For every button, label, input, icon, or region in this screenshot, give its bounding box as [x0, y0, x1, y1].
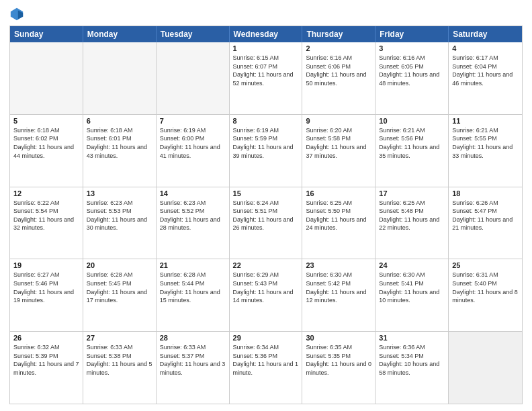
cell-info: Sunrise: 6:27 AM Sunset: 5:46 PM Dayligh…	[13, 271, 79, 304]
cell-info: Sunrise: 6:16 AM Sunset: 6:05 PM Dayligh…	[379, 54, 445, 87]
day-number: 24	[379, 261, 445, 269]
cell-info: Sunrise: 6:28 AM Sunset: 5:44 PM Dayligh…	[160, 271, 226, 304]
calendar-row: 26Sunrise: 6:32 AM Sunset: 5:39 PM Dayli…	[10, 332, 522, 404]
calendar-row: 1Sunrise: 6:15 AM Sunset: 6:07 PM Daylig…	[10, 42, 522, 115]
calendar-cell: 28Sunrise: 6:33 AM Sunset: 5:37 PM Dayli…	[157, 332, 230, 404]
weekday-header: Saturday	[449, 26, 522, 42]
calendar-row: 19Sunrise: 6:27 AM Sunset: 5:46 PM Dayli…	[10, 259, 522, 332]
weekday-header: Wednesday	[230, 26, 303, 42]
day-number: 26	[13, 334, 79, 342]
calendar-cell: 9Sunrise: 6:20 AM Sunset: 5:58 PM Daylig…	[302, 115, 375, 187]
calendar-cell: 24Sunrise: 6:30 AM Sunset: 5:41 PM Dayli…	[375, 259, 449, 331]
weekday-header: Sunday	[10, 26, 83, 42]
day-number: 30	[306, 334, 371, 342]
calendar-cell: 2Sunrise: 6:16 AM Sunset: 6:06 PM Daylig…	[302, 42, 375, 114]
weekday-header: Friday	[375, 26, 449, 42]
calendar-cell: 27Sunrise: 6:33 AM Sunset: 5:38 PM Dayli…	[83, 332, 157, 404]
calendar-cell	[157, 42, 230, 114]
logo	[9, 7, 27, 21]
day-number: 19	[13, 261, 79, 269]
calendar-cell: 23Sunrise: 6:30 AM Sunset: 5:42 PM Dayli…	[302, 259, 375, 331]
calendar-cell: 6Sunrise: 6:18 AM Sunset: 6:01 PM Daylig…	[83, 115, 157, 187]
cell-info: Sunrise: 6:34 AM Sunset: 5:36 PM Dayligh…	[233, 343, 299, 377]
calendar-cell: 5Sunrise: 6:18 AM Sunset: 6:02 PM Daylig…	[10, 115, 83, 187]
weekday-header: Monday	[83, 26, 157, 42]
calendar-cell: 19Sunrise: 6:27 AM Sunset: 5:46 PM Dayli…	[10, 259, 83, 331]
page: SundayMondayTuesdayWednesdayThursdayFrid…	[0, 0, 532, 411]
calendar-header: SundayMondayTuesdayWednesdayThursdayFrid…	[10, 26, 522, 42]
calendar-cell: 20Sunrise: 6:28 AM Sunset: 5:45 PM Dayli…	[83, 259, 157, 331]
cell-info: Sunrise: 6:29 AM Sunset: 5:43 PM Dayligh…	[233, 271, 299, 304]
calendar-cell: 31Sunrise: 6:36 AM Sunset: 5:34 PM Dayli…	[375, 332, 449, 404]
day-number: 14	[160, 189, 226, 197]
day-number: 1	[233, 44, 299, 52]
cell-info: Sunrise: 6:35 AM Sunset: 5:35 PM Dayligh…	[306, 343, 371, 377]
day-number: 3	[379, 44, 445, 52]
cell-info: Sunrise: 6:26 AM Sunset: 5:47 PM Dayligh…	[452, 199, 519, 232]
day-number: 21	[160, 261, 226, 269]
cell-info: Sunrise: 6:25 AM Sunset: 5:50 PM Dayligh…	[306, 199, 371, 232]
cell-info: Sunrise: 6:30 AM Sunset: 5:41 PM Dayligh…	[379, 271, 445, 304]
day-number: 10	[379, 117, 445, 125]
cell-info: Sunrise: 6:23 AM Sunset: 5:53 PM Dayligh…	[87, 199, 152, 232]
cell-info: Sunrise: 6:23 AM Sunset: 5:52 PM Dayligh…	[160, 199, 226, 232]
weekday-header: Thursday	[302, 26, 375, 42]
calendar-cell: 12Sunrise: 6:22 AM Sunset: 5:54 PM Dayli…	[10, 187, 83, 259]
calendar-cell: 3Sunrise: 6:16 AM Sunset: 6:05 PM Daylig…	[375, 42, 449, 114]
cell-info: Sunrise: 6:21 AM Sunset: 5:55 PM Dayligh…	[452, 126, 519, 160]
day-number: 25	[452, 261, 519, 269]
calendar-cell: 25Sunrise: 6:31 AM Sunset: 5:40 PM Dayli…	[449, 259, 522, 331]
calendar-cell: 1Sunrise: 6:15 AM Sunset: 6:07 PM Daylig…	[230, 42, 303, 114]
cell-info: Sunrise: 6:25 AM Sunset: 5:48 PM Dayligh…	[379, 199, 445, 232]
calendar-cell	[449, 332, 522, 404]
day-number: 22	[233, 261, 299, 269]
calendar-cell: 22Sunrise: 6:29 AM Sunset: 5:43 PM Dayli…	[230, 259, 303, 331]
calendar-cell: 26Sunrise: 6:32 AM Sunset: 5:39 PM Dayli…	[10, 332, 83, 404]
header	[9, 7, 523, 21]
calendar-cell: 10Sunrise: 6:21 AM Sunset: 5:56 PM Dayli…	[375, 115, 449, 187]
day-number: 17	[379, 189, 445, 197]
calendar-cell: 16Sunrise: 6:25 AM Sunset: 5:50 PM Dayli…	[302, 187, 375, 259]
cell-info: Sunrise: 6:22 AM Sunset: 5:54 PM Dayligh…	[13, 199, 79, 232]
day-number: 28	[160, 334, 226, 342]
day-number: 7	[160, 117, 226, 125]
cell-info: Sunrise: 6:17 AM Sunset: 6:04 PM Dayligh…	[452, 54, 519, 87]
calendar-cell: 8Sunrise: 6:19 AM Sunset: 5:59 PM Daylig…	[230, 115, 303, 187]
day-number: 11	[452, 117, 519, 125]
calendar-cell: 4Sunrise: 6:17 AM Sunset: 6:04 PM Daylig…	[449, 42, 522, 114]
day-number: 31	[379, 334, 445, 342]
day-number: 13	[87, 189, 152, 197]
day-number: 23	[306, 261, 371, 269]
day-number: 6	[87, 117, 152, 125]
day-number: 29	[233, 334, 299, 342]
calendar-cell: 21Sunrise: 6:28 AM Sunset: 5:44 PM Dayli…	[157, 259, 230, 331]
cell-info: Sunrise: 6:32 AM Sunset: 5:39 PM Dayligh…	[13, 343, 79, 377]
day-number: 9	[306, 117, 371, 125]
cell-info: Sunrise: 6:19 AM Sunset: 6:00 PM Dayligh…	[160, 126, 226, 160]
calendar-cell	[83, 42, 157, 114]
calendar-cell: 30Sunrise: 6:35 AM Sunset: 5:35 PM Dayli…	[302, 332, 375, 404]
cell-info: Sunrise: 6:19 AM Sunset: 5:59 PM Dayligh…	[233, 126, 299, 160]
calendar-cell	[10, 42, 83, 114]
day-number: 16	[306, 189, 371, 197]
calendar: SundayMondayTuesdayWednesdayThursdayFrid…	[9, 26, 523, 404]
logo-icon	[9, 7, 24, 21]
cell-info: Sunrise: 6:20 AM Sunset: 5:58 PM Dayligh…	[306, 126, 371, 160]
calendar-cell: 13Sunrise: 6:23 AM Sunset: 5:53 PM Dayli…	[83, 187, 157, 259]
cell-info: Sunrise: 6:36 AM Sunset: 5:34 PM Dayligh…	[379, 343, 445, 377]
day-number: 27	[87, 334, 152, 342]
cell-info: Sunrise: 6:18 AM Sunset: 6:02 PM Dayligh…	[13, 126, 79, 160]
cell-info: Sunrise: 6:24 AM Sunset: 5:51 PM Dayligh…	[233, 199, 299, 232]
cell-info: Sunrise: 6:30 AM Sunset: 5:42 PM Dayligh…	[306, 271, 371, 304]
day-number: 4	[452, 44, 519, 52]
cell-info: Sunrise: 6:15 AM Sunset: 6:07 PM Dayligh…	[233, 54, 299, 87]
cell-info: Sunrise: 6:16 AM Sunset: 6:06 PM Dayligh…	[306, 54, 371, 87]
calendar-cell: 7Sunrise: 6:19 AM Sunset: 6:00 PM Daylig…	[157, 115, 230, 187]
day-number: 5	[13, 117, 79, 125]
calendar-body: 1Sunrise: 6:15 AM Sunset: 6:07 PM Daylig…	[10, 42, 522, 404]
cell-info: Sunrise: 6:31 AM Sunset: 5:40 PM Dayligh…	[452, 271, 519, 304]
calendar-row: 12Sunrise: 6:22 AM Sunset: 5:54 PM Dayli…	[10, 187, 522, 260]
day-number: 2	[306, 44, 371, 52]
cell-info: Sunrise: 6:18 AM Sunset: 6:01 PM Dayligh…	[87, 126, 152, 160]
calendar-cell: 15Sunrise: 6:24 AM Sunset: 5:51 PM Dayli…	[230, 187, 303, 259]
